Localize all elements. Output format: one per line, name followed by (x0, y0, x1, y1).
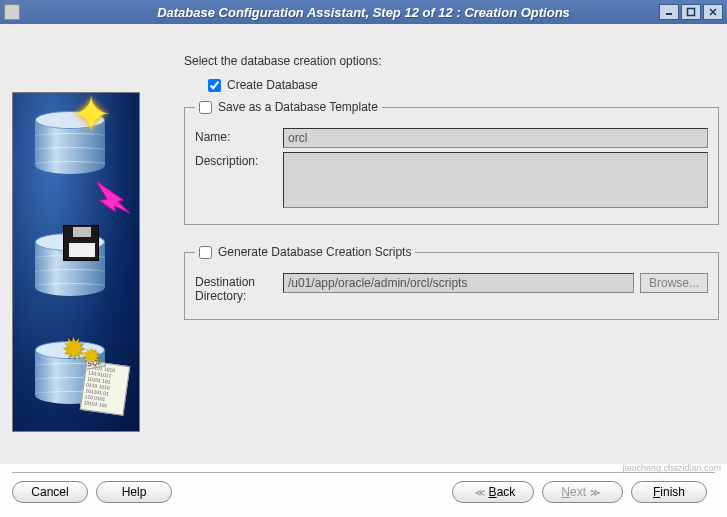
back-arrow-icon: ≪ (475, 487, 485, 498)
separator (12, 472, 715, 473)
button-bar: Cancel Help ≪ Back Next ≫ Finish (0, 477, 727, 507)
create-database-label: Create Database (227, 78, 318, 92)
sparkle-icon: ✦ (71, 98, 105, 132)
finish-button[interactable]: Finish (631, 481, 707, 503)
create-database-checkbox[interactable] (208, 79, 221, 92)
floppy-disk-icon (63, 225, 99, 261)
help-button[interactable]: Help (96, 481, 172, 503)
generate-scripts-group: Generate Database Creation Scripts Desti… (184, 245, 719, 320)
cancel-button[interactable]: Cancel (12, 481, 88, 503)
prompt-text: Select the database creation options: (184, 54, 719, 68)
content-area: ✦ ✹ ✹ SQL 01101 1010110 0101110101 10101… (0, 24, 727, 464)
window-titlebar: Database Configuration Assistant, Step 1… (0, 0, 727, 24)
maximize-button[interactable] (681, 4, 701, 20)
generate-scripts-legend: Generate Database Creation Scripts (218, 245, 411, 259)
template-description-textarea[interactable] (283, 152, 708, 208)
template-description-label: Description: (195, 152, 283, 168)
sql-script-icon: SQL 01101 1010110 0101110101 1010110 101… (80, 360, 131, 416)
browse-button[interactable]: Browse... (640, 273, 708, 293)
template-name-input[interactable] (283, 128, 708, 148)
destination-directory-label: Destination Directory: (195, 273, 283, 303)
wizard-sidebar-image: ✦ ✹ ✹ SQL 01101 1010110 0101110101 10101… (12, 92, 140, 432)
back-button[interactable]: ≪ Back (452, 481, 535, 503)
next-arrow-icon: ≫ (590, 487, 600, 498)
svg-rect-1 (688, 9, 695, 16)
save-template-checkbox[interactable] (199, 101, 212, 114)
destination-directory-input[interactable] (283, 273, 634, 293)
watermark-text: jiaocheng.chazidian.com (622, 463, 721, 473)
svg-marker-4 (97, 176, 130, 218)
back-button-rest: ack (497, 485, 516, 499)
close-button[interactable] (703, 4, 723, 20)
minimize-button[interactable] (659, 4, 679, 20)
template-name-label: Name: (195, 128, 283, 144)
window-title: Database Configuration Assistant, Step 1… (0, 5, 727, 20)
main-panel: Select the database creation options: Cr… (140, 32, 719, 464)
save-template-legend: Save as a Database Template (218, 100, 378, 114)
create-database-option: Create Database (208, 78, 719, 92)
window-controls (659, 4, 723, 20)
next-button[interactable]: Next ≫ (542, 481, 623, 503)
save-template-group: Save as a Database Template Name: Descri… (184, 100, 719, 225)
generate-scripts-checkbox[interactable] (199, 246, 212, 259)
app-icon (4, 4, 20, 20)
arrow-icon (97, 175, 140, 219)
